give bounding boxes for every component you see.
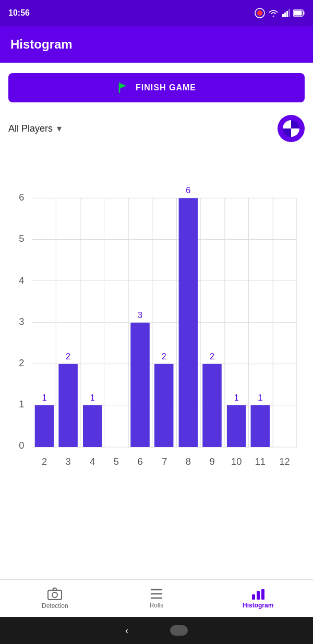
bar-chart-icon <box>251 588 266 600</box>
svg-rect-37 <box>58 364 78 447</box>
system-nav-bar: ‹ <box>0 617 313 644</box>
histogram-chart: .axis-text { font-family: Arial, sans-se… <box>8 150 305 579</box>
main-content: FINISH GAME All Players ▾ .axis-text <box>0 63 313 579</box>
svg-rect-47 <box>202 364 222 447</box>
svg-rect-39 <box>83 405 102 447</box>
record-icon <box>255 8 265 18</box>
chart-svg: .axis-text { font-family: Arial, sans-se… <box>8 150 305 479</box>
svg-text:3: 3 <box>19 316 24 327</box>
svg-text:1: 1 <box>19 399 24 409</box>
svg-point-1 <box>257 10 262 16</box>
camera-icon <box>47 588 62 600</box>
nav-label-rolls: Rolls <box>150 602 164 609</box>
svg-text:5: 5 <box>19 233 24 244</box>
svg-text:6: 6 <box>186 185 190 195</box>
status-bar: 10:56 <box>0 0 313 26</box>
nav-item-rolls[interactable]: Rolls <box>106 588 208 609</box>
back-button[interactable]: ‹ <box>125 625 128 636</box>
svg-rect-70 <box>257 591 260 600</box>
signal-icon <box>282 9 290 17</box>
svg-text:4: 4 <box>19 275 24 286</box>
svg-text:0: 0 <box>19 440 24 451</box>
nav-label-detection: Detection <box>42 602 68 610</box>
svg-point-65 <box>52 592 57 598</box>
svg-text:2: 2 <box>162 352 166 361</box>
bottom-nav: Detection Rolls Histogram <box>0 579 313 617</box>
svg-rect-51 <box>251 405 270 447</box>
svg-text:7: 7 <box>162 456 167 467</box>
svg-text:11: 11 <box>255 456 266 467</box>
player-dropdown[interactable]: All Players ▾ <box>8 123 62 134</box>
svg-rect-5 <box>288 9 290 17</box>
svg-text:2: 2 <box>19 357 24 368</box>
finish-game-button[interactable]: FINISH GAME <box>8 73 305 102</box>
svg-text:1: 1 <box>90 393 95 402</box>
list-icon <box>149 588 164 600</box>
svg-text:5: 5 <box>114 456 119 467</box>
pie-chart-icon <box>282 119 300 138</box>
svg-text:2: 2 <box>66 352 70 361</box>
svg-text:8: 8 <box>186 456 191 467</box>
nav-label-histogram: Histogram <box>243 602 273 609</box>
chart-view-button[interactable] <box>278 115 305 142</box>
svg-rect-69 <box>252 594 255 600</box>
svg-rect-45 <box>179 198 198 447</box>
app-bar-title: Histogram <box>10 37 73 52</box>
svg-text:10: 10 <box>231 456 242 467</box>
svg-text:9: 9 <box>209 456 214 467</box>
svg-text:6: 6 <box>19 192 24 203</box>
flag-icon <box>117 81 129 94</box>
svg-text:6: 6 <box>137 456 142 467</box>
svg-rect-71 <box>261 589 264 600</box>
status-time: 10:56 <box>8 8 30 18</box>
svg-text:1: 1 <box>42 393 46 402</box>
svg-rect-41 <box>130 323 150 447</box>
svg-text:4: 4 <box>90 456 95 467</box>
battery-icon <box>293 9 305 17</box>
svg-rect-64 <box>48 590 62 600</box>
nav-item-detection[interactable]: Detection <box>4 588 106 610</box>
home-button[interactable] <box>170 625 188 636</box>
svg-text:1: 1 <box>258 393 262 402</box>
nav-item-histogram[interactable]: Histogram <box>207 588 309 609</box>
svg-rect-43 <box>154 364 174 447</box>
svg-rect-2 <box>282 14 284 17</box>
svg-rect-8 <box>304 11 305 15</box>
svg-rect-35 <box>35 405 54 447</box>
wifi-icon <box>268 9 279 17</box>
dropdown-arrow-icon: ▾ <box>57 123 62 134</box>
player-dropdown-text: All Players <box>8 123 53 134</box>
status-icons <box>255 8 305 18</box>
svg-rect-7 <box>294 11 302 16</box>
svg-text:12: 12 <box>279 456 290 467</box>
svg-text:2: 2 <box>210 352 214 361</box>
svg-rect-3 <box>284 13 286 17</box>
app-bar: Histogram <box>0 26 313 63</box>
svg-rect-49 <box>227 405 246 447</box>
svg-text:2: 2 <box>42 456 47 467</box>
svg-text:3: 3 <box>138 310 142 320</box>
svg-rect-4 <box>286 11 288 17</box>
finish-game-label: FINISH GAME <box>136 83 196 92</box>
player-selector-row: All Players ▾ <box>8 115 305 142</box>
svg-text:1: 1 <box>234 393 239 402</box>
svg-text:3: 3 <box>66 456 71 467</box>
